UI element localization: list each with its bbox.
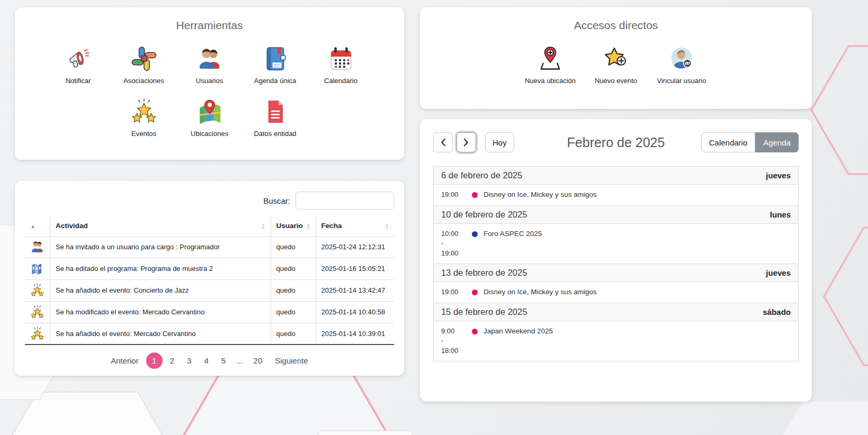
column-label: Usuario xyxy=(276,222,303,230)
event-row[interactable]: 9:00-18:00 Japan Weekend 2025 xyxy=(434,321,798,361)
activity-table: ▲ Actividad▲▼ Usuario▲▼ Fecha▲▼ Se ha in… xyxy=(25,216,394,345)
sort-both-icon: ▲▼ xyxy=(262,223,265,230)
red-document-icon xyxy=(262,98,289,125)
search-label: Buscar: xyxy=(263,196,290,205)
event-title: Disney on Ice, Mickey y sus amigos xyxy=(484,190,597,198)
tool-notificar[interactable]: Notificar xyxy=(46,46,111,85)
event-color-dot xyxy=(472,192,478,198)
shortcut-nueva-ubicacion[interactable]: Nueva ubicación xyxy=(517,46,583,85)
pagination-page-4[interactable]: 4 xyxy=(199,354,213,368)
agenda-card: Hoy Febrero de 2025 Calendario Agenda 6 … xyxy=(420,119,812,402)
pagination-page-5[interactable]: 5 xyxy=(216,354,231,368)
day-weekday: lunes xyxy=(770,210,791,219)
table-row: Se ha añadido el evento: Concierto de Ja… xyxy=(25,279,394,301)
tool-agenda-unica[interactable]: Agenda única xyxy=(243,46,308,85)
event-row[interactable]: 10:00-19:00 Foro ASPEC 2025 xyxy=(434,224,798,264)
table-row: Se ha invitado a un usuario para cargo :… xyxy=(25,236,394,258)
pagination-next[interactable]: Siguiente xyxy=(270,354,314,368)
tool-calendario[interactable]: Calendario xyxy=(308,46,374,85)
pagination-page-2[interactable]: 2 xyxy=(165,354,180,368)
event-color-dot xyxy=(472,329,478,334)
date-cell: 2025-01-24 12:12:31 xyxy=(316,236,394,258)
shortcut-nuevo-evento[interactable]: Nuevo evento xyxy=(583,46,649,85)
date-cell: 2025-01-16 15:05:21 xyxy=(316,258,394,279)
table-row: Se ha añadido el evento: Mercado Cervant… xyxy=(25,323,394,345)
megaphone-icon xyxy=(65,46,92,72)
sort-both-icon: ▲▼ xyxy=(385,223,389,230)
tool-label: Eventos xyxy=(131,130,156,138)
pagination-page-1[interactable]: 1 xyxy=(146,352,163,369)
tools-row-1: Notificar Asociaciones xyxy=(15,32,404,85)
tools-card: Herramientas Notificar xyxy=(15,7,404,160)
day-header: 15 de febrero de 2025 sábado xyxy=(434,303,798,321)
map-pin-icon xyxy=(196,98,223,125)
pagination-ellipsis: ... xyxy=(233,354,246,368)
user-cell: quedo xyxy=(271,323,316,345)
day-group: 10 de febrero de 2025 lunes 10:00-19:00 … xyxy=(434,205,798,264)
stars-icon xyxy=(131,98,157,125)
today-button[interactable]: Hoy xyxy=(485,132,514,152)
day-weekday: jueves xyxy=(766,171,791,180)
day-weekday: sábado xyxy=(763,307,791,316)
user-cell: quedo xyxy=(271,258,316,279)
user-cell: quedo xyxy=(271,301,316,323)
view-toggle: Calendario Agenda xyxy=(701,132,799,152)
view-calendario-button[interactable]: Calendario xyxy=(701,132,756,152)
prev-month-button[interactable] xyxy=(433,132,453,152)
sparkle-star-icon xyxy=(30,327,44,341)
shortcut-label: Vincular usuario xyxy=(657,77,706,85)
day-header: 10 de febrero de 2025 lunes xyxy=(434,205,798,224)
search-input[interactable] xyxy=(296,192,394,210)
column-header-fecha[interactable]: Fecha▲▼ xyxy=(316,216,394,236)
pagination: Anterior 1 2 3 4 5 ... 20 Siguiente xyxy=(25,352,394,369)
table-row: Se ha editado el programa: Programa de m… xyxy=(25,258,394,279)
event-title: Japan Weekend 2025 xyxy=(484,327,553,335)
tool-datos-entidad[interactable]: Datos entidad xyxy=(243,98,308,138)
event-row[interactable]: 19:00 Disney on Ice, Mickey y sus amigos xyxy=(434,185,798,205)
day-group: 6 de febrero de 2025 jueves 19:00 Disney… xyxy=(434,167,798,205)
view-agenda-button[interactable]: Agenda xyxy=(755,132,799,152)
activity-cell: Se ha añadido el evento: Mercado Cervant… xyxy=(50,323,271,345)
shortcut-label: Nuevo evento xyxy=(595,77,637,85)
day-weekday: jueves xyxy=(766,268,791,277)
activity-log-card: Buscar: ▲ Actividad▲▼ Usuario▲▼ Fecha▲▼ xyxy=(15,181,404,376)
pagination-previous[interactable]: Anterior xyxy=(105,354,144,368)
shortcuts-card: Accesos directos Nueva ubicación Nuevo xyxy=(420,7,812,109)
tool-usuarios[interactable]: Usuarios xyxy=(177,46,243,85)
sparkle-star-icon xyxy=(30,305,44,319)
event-color-dot xyxy=(472,289,478,295)
next-month-button[interactable] xyxy=(457,132,476,152)
tool-label: Datos entidad xyxy=(254,130,296,138)
user-cell: quedo xyxy=(271,236,316,258)
shortcuts-row: Nueva ubicación Nuevo evento xyxy=(420,32,812,85)
event-row[interactable]: 19:00 Disney on Ice, Mickey y sus amigos xyxy=(434,282,798,303)
date-cell: 2025-01-14 10:39:01 xyxy=(316,323,394,345)
tool-eventos[interactable]: Eventos xyxy=(111,98,177,138)
date-cell: 2025-01-14 10:40:58 xyxy=(316,301,394,323)
event-time: 19:00 xyxy=(441,287,472,297)
day-header: 6 de febrero de 2025 jueves xyxy=(434,167,798,185)
tool-asociaciones[interactable]: Asociaciones xyxy=(111,46,177,85)
users-icon xyxy=(30,240,44,254)
shortcuts-card-title: Accesos directos xyxy=(420,7,812,32)
pagination-page-20[interactable]: 20 xyxy=(248,354,268,368)
column-header-icon[interactable]: ▲ xyxy=(25,216,50,236)
event-time: 9:00-18:00 xyxy=(441,327,472,356)
tool-label: Agenda única xyxy=(254,77,297,85)
search-row: Buscar: xyxy=(25,192,394,210)
date-cell: 2025-01-14 13:42:47 xyxy=(316,279,394,301)
agenda-list: 6 de febrero de 2025 jueves 19:00 Disney… xyxy=(433,166,799,361)
activity-cell: Se ha añadido el evento: Concierto de Ja… xyxy=(50,279,271,301)
day-date: 10 de febrero de 2025 xyxy=(441,210,527,220)
tool-label: Usuarios xyxy=(196,77,223,85)
column-header-actividad[interactable]: Actividad▲▼ xyxy=(50,216,271,236)
tools-card-title: Herramientas xyxy=(15,7,404,32)
activity-cell: Se ha invitado a un usuario para cargo :… xyxy=(50,236,271,258)
folded-map-icon xyxy=(30,261,44,276)
column-header-usuario[interactable]: Usuario▲▼ xyxy=(271,216,316,236)
column-label: Fecha xyxy=(321,222,342,230)
tool-ubicaciones[interactable]: Ubicaciones xyxy=(177,98,243,138)
shortcut-vincular-usuario[interactable]: Vincular usuario xyxy=(649,46,714,85)
activity-cell: Se ha editado el programa: Programa de m… xyxy=(50,258,271,279)
pagination-page-3[interactable]: 3 xyxy=(182,354,196,368)
